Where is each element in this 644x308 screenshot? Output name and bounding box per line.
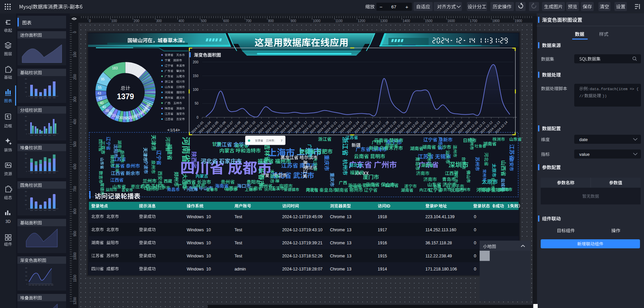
svg-text:100: 100 <box>25 167 27 168</box>
svg-text:100: 100 <box>25 129 27 130</box>
svg-text:−: − <box>380 4 383 10</box>
svg-text:300: 300 <box>25 83 27 84</box>
svg-text:2018: 2018 <box>30 210 33 211</box>
svg-text:0: 0 <box>474 267 476 271</box>
svg-text:1500: 1500 <box>425 19 433 23</box>
svg-text:ID: ID <box>386 204 390 208</box>
svg-text:2024-12-13T18:52:26: 2024-12-13T18:52:26 <box>282 254 322 258</box>
svg-text:Windows: Windows <box>187 214 204 219</box>
svg-text:1915: 1915 <box>378 254 387 258</box>
svg-text:3D: 3D <box>5 219 11 224</box>
svg-text:2022: 2022 <box>51 285 53 286</box>
svg-text:0: 0 <box>474 228 476 232</box>
svg-text:10: 10 <box>206 267 211 271</box>
svg-text:2023: 2023 <box>53 172 56 174</box>
svg-text:200: 200 <box>73 74 77 80</box>
svg-text:1917: 1917 <box>378 228 387 232</box>
svg-text:2023: 2023 <box>53 97 56 99</box>
svg-text:2020: 2020 <box>45 285 47 286</box>
svg-text:900: 900 <box>290 19 296 23</box>
svg-text::data.forEach(item => {: :data.forEach(item => { <box>588 87 639 91</box>
svg-text:0: 0 <box>493 204 495 208</box>
svg-text:0: 0 <box>26 284 27 285</box>
svg-text:800: 800 <box>268 19 274 23</box>
svg-text:1000: 1000 <box>313 19 321 23</box>
svg-text:40: 40 <box>102 105 106 109</box>
svg-text:114.252.113.160: 114.252.113.160 <box>425 228 456 232</box>
svg-text:2022: 2022 <box>48 210 51 211</box>
svg-text:223.104.41.139: 223.104.41.139 <box>425 214 454 219</box>
svg-text:1/14: 1/14 <box>170 128 178 132</box>
svg-text:7: 7 <box>281 139 282 142</box>
svg-text:1914: 1914 <box>378 267 387 271</box>
svg-text:200: 200 <box>134 19 140 23</box>
svg-text:2015: 2015 <box>29 285 31 286</box>
svg-text:2022: 2022 <box>48 97 51 99</box>
svg-text:2020: 2020 <box>39 97 42 99</box>
svg-text:1900: 1900 <box>515 19 522 23</box>
svg-text:1400: 1400 <box>402 19 410 23</box>
svg-text:13: 13 <box>347 214 352 219</box>
svg-text:1000: 1000 <box>73 252 77 260</box>
svg-text:200: 200 <box>25 125 27 126</box>
svg-text:0: 0 <box>197 116 199 119</box>
svg-text:10: 10 <box>206 254 211 258</box>
svg-text:2024-12-13T19:39:21: 2024-12-13T19:39:21 <box>282 241 322 245</box>
svg-text:2021: 2021 <box>44 210 47 211</box>
svg-text:2018: 2018 <box>30 97 33 99</box>
svg-text:2020: 2020 <box>39 135 42 136</box>
svg-text:2021: 2021 <box>48 285 50 286</box>
svg-text:2019: 2019 <box>35 135 38 136</box>
svg-text:13: 13 <box>347 267 352 271</box>
svg-text:600: 600 <box>73 164 77 169</box>
svg-text:200: 200 <box>25 162 27 164</box>
svg-text:2022: 2022 <box>48 135 51 136</box>
svg-text:0: 0 <box>26 133 27 135</box>
svg-text:36.157.118.28: 36.157.118.28 <box>425 241 452 245</box>
svg-text:100: 100 <box>25 280 27 281</box>
svg-text:0: 0 <box>89 19 91 23</box>
svg-text:date: date <box>579 137 588 142</box>
svg-text:0: 0 <box>474 214 476 219</box>
svg-text:55: 55 <box>98 86 102 89</box>
svg-text:Test: Test <box>234 241 242 245</box>
svg-text:0: 0 <box>26 208 27 210</box>
svg-text:Test: Test <box>234 228 242 232</box>
svg-text:2021: 2021 <box>44 97 47 99</box>
svg-text:10: 10 <box>206 228 211 232</box>
svg-text:200: 200 <box>25 275 27 277</box>
svg-text:112.22.238.49: 112.22.238.49 <box>425 254 452 258</box>
svg-text:300: 300 <box>25 120 27 122</box>
svg-text:10: 10 <box>206 214 211 219</box>
svg-text:700: 700 <box>73 186 77 192</box>
svg-text:Chrome: Chrome <box>330 228 345 232</box>
svg-text:1: 1 <box>507 204 510 208</box>
svg-text:200: 200 <box>193 60 199 64</box>
svg-text:Test: Test <box>234 254 242 258</box>
svg-text:2024-12-13T19:43:10: 2024-12-13T19:43:10 <box>282 228 322 232</box>
svg-text:100: 100 <box>25 91 27 93</box>
svg-text:100: 100 <box>111 19 117 23</box>
svg-text:1100: 1100 <box>335 19 343 23</box>
svg-text:Test: Test <box>234 214 242 219</box>
svg-text:value: value <box>579 152 590 157</box>
svg-text:800: 800 <box>73 208 77 214</box>
svg-text:}): }) <box>602 94 607 98</box>
svg-text:50: 50 <box>195 102 199 105</box>
svg-text:0: 0 <box>26 96 27 97</box>
svg-text:16: 16 <box>147 103 151 107</box>
svg-text:183: 183 <box>112 66 118 70</box>
svg-text:2022: 2022 <box>48 172 51 174</box>
svg-text:500: 500 <box>73 141 77 147</box>
svg-text:admin: admin <box>234 267 246 271</box>
svg-text:300: 300 <box>25 158 27 159</box>
svg-text:100: 100 <box>73 52 77 57</box>
svg-text:200: 200 <box>25 87 27 88</box>
svg-text:1800: 1800 <box>492 19 500 23</box>
svg-text:1379: 1379 <box>117 92 134 101</box>
svg-text:1200: 1200 <box>73 297 77 305</box>
svg-text:2019: 2019 <box>35 172 38 174</box>
svg-text:13: 13 <box>347 241 352 245</box>
svg-text:1700: 1700 <box>470 19 478 23</box>
svg-text:+: + <box>406 4 409 10</box>
